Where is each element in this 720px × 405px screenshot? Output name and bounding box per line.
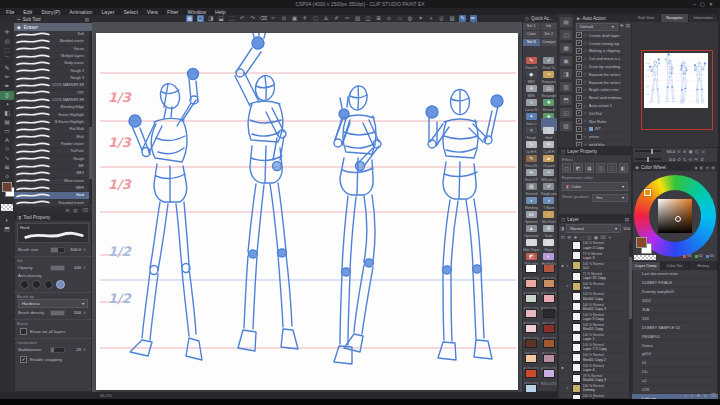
menu-item[interactable]: Window: [188, 9, 206, 15]
toolbar-icon[interactable]: ⧉: [281, 15, 288, 22]
quick-access-item[interactable]: ≈ Rough: [523, 118, 540, 131]
menu-item[interactable]: File: [6, 9, 14, 15]
layer-panel-header[interactable]: ◫ Layer ▤: [558, 215, 632, 223]
transparent-color-chip[interactable]: [634, 255, 656, 260]
folder-arrow-icon[interactable]: ▾: [567, 264, 571, 268]
zoom-slider[interactable]: [635, 150, 661, 152]
quick-access-swatch[interactable]: R92 G51: [523, 334, 540, 348]
action-checkbox[interactable]: [576, 79, 582, 85]
layer-comp-item[interactable]: a2: [632, 377, 718, 386]
menu-item[interactable]: Edit: [23, 9, 32, 15]
quick-access-swatch[interactable]: R242 G169: [523, 274, 540, 288]
dock-icon[interactable]: ▣: [560, 56, 572, 66]
expand-arrow-icon[interactable]: ▷: [584, 119, 587, 123]
auto-action-preset-dropdown[interactable]: Default▾: [576, 23, 618, 31]
canvas-area[interactable]: 1/3 1/3 1/3 1/2 1/2: [92, 22, 522, 392]
quick-access-item[interactable]: ⟋ Sho Ruler: [541, 202, 558, 215]
auto-action-item[interactable]: ▷ Auto action 1: [574, 102, 632, 110]
layer-toolbar-icon[interactable]: ⊟: [567, 235, 571, 240]
quick-access-item[interactable]: ⋈ Symmetr: [523, 202, 540, 215]
sub-tool-item[interactable]: Eraser Highlight: [14, 112, 92, 119]
layer-comp-item[interactable]: g050: [632, 350, 718, 359]
sub-tool-item[interactable]: Rough 2: [14, 68, 92, 75]
hardness-dropdown[interactable]: Hardness▾: [18, 299, 88, 308]
quick-access-item[interactable]: ▭ Rectangle: [541, 76, 558, 89]
quick-access-item[interactable]: ◐ HueSatLu: [541, 244, 558, 257]
anti-aliasing-options[interactable]: [14, 279, 92, 290]
toolbar-icon[interactable]: ▤: [354, 15, 361, 22]
action-checkbox[interactable]: [576, 103, 582, 109]
quick-access-item[interactable]: ▲ Operation: [523, 216, 540, 229]
quick-access-set-tab[interactable]: Ink: [541, 23, 558, 30]
effect-icon-button[interactable]: ◫: [596, 163, 605, 173]
tool-icon[interactable]: ⟐: [0, 172, 14, 181]
quick-access-item[interactable]: ◈ Retouch: [541, 104, 558, 117]
tool-property-header[interactable]: ◨ Tool Property: [14, 213, 92, 221]
toolbar-icon[interactable]: ⊞: [375, 15, 382, 22]
color-wheel-header[interactable]: ◉ Color Wheel ◉◧▤▦: [632, 163, 718, 171]
dock-icon[interactable]: ▦: [560, 43, 572, 53]
auto-action-item[interactable]: ▷ WT: [574, 126, 632, 134]
action-checkbox[interactable]: [576, 40, 582, 46]
add-icon[interactable]: ✚: [620, 23, 624, 31]
layer-row[interactable]: ● ▾ 100 % Normal Dx1: [558, 261, 632, 271]
quick-access-item[interactable]: ▤ Paper: [541, 230, 558, 243]
tool-icon[interactable]: ◧: [0, 109, 14, 118]
tool-icon[interactable]: ⌒: [0, 55, 14, 64]
layer-row[interactable]: ▾ 100 % Normal Layer 7 2 Copy: [558, 343, 632, 353]
quick-access-item[interactable]: ⊞ Scale: [541, 216, 558, 229]
color-panel-tab-icon[interactable]: ▦: [711, 165, 715, 170]
comp-footer-icon[interactable]: ∧: [684, 393, 687, 398]
sub-tool-item[interactable]: Blended eraser: [14, 38, 92, 45]
quick-access-item[interactable]: ✦ Gute Li: [523, 104, 540, 117]
auto-action-item[interactable]: ▷ Bright colors emi: [574, 87, 632, 95]
hue-knob[interactable]: [644, 189, 651, 196]
layer-comp-item[interactable]: 01r: [632, 368, 718, 377]
quick-access-swatch[interactable]: R42 G42: [541, 304, 558, 318]
layer-comp-item[interactable]: Last document state: [632, 270, 718, 279]
sub-tool-item[interactable]: Powder eraser: [14, 141, 92, 148]
quick-access-item[interactable]: ✑ Milli pen 2: [541, 160, 558, 173]
quick-access-swatch[interactable]: R242 G201: [523, 349, 540, 363]
auto-action-item[interactable]: ▷ Cut and move a s: [574, 55, 632, 63]
dock-icon[interactable]: ▥: [560, 82, 572, 92]
expression-color-dropdown[interactable]: ◧ Color▾: [562, 182, 628, 191]
toolbar-icon[interactable]: ▢: [197, 15, 204, 22]
sub-tool-header[interactable]: ✒ Sub Tool ▤: [14, 15, 92, 23]
tool-icon[interactable]: ⌑: [0, 145, 14, 154]
brush-size-slider[interactable]: [50, 247, 65, 253]
stepper[interactable]: ⬍: [83, 248, 88, 252]
action-checkbox[interactable]: [576, 64, 582, 70]
layer-row[interactable]: ● ▾ 100 % Normal Layer 4: [558, 363, 632, 373]
action-checkbox[interactable]: [576, 48, 582, 54]
tool-icon[interactable]: ▤: [0, 118, 14, 127]
sub-tool-item[interactable]: Rough: [14, 156, 92, 163]
auto-action-item[interactable]: ▷ retras: [574, 133, 632, 141]
sub-tool-item[interactable]: Rough 3: [14, 75, 92, 82]
panel-menu-icon[interactable]: ▤: [85, 17, 89, 22]
quick-access-swatch[interactable]: R140 G47: [541, 319, 558, 333]
comp-footer-icon[interactable]: ⧉: [703, 393, 706, 398]
toolbar-icon[interactable]: ⬚: [228, 15, 235, 22]
quick-access-item[interactable]: ▰ Oil paint: [541, 146, 558, 159]
tool-icon[interactable]: ◎: [0, 37, 14, 46]
zoom-control-icon[interactable]: ⇲: [701, 149, 705, 154]
enable-snapping-checkbox[interactable]: [20, 356, 27, 363]
layer-toolbar-icon[interactable]: ▣: [594, 235, 598, 240]
dock-icon[interactable]: ◫: [560, 30, 572, 40]
effect-icon-button[interactable]: ◧: [619, 163, 628, 173]
expand-arrow-icon[interactable]: ▷: [584, 41, 587, 45]
action-checkbox[interactable]: [576, 71, 582, 77]
effect-icon-button[interactable]: ◻: [562, 163, 571, 173]
menu-item[interactable]: Filter: [167, 9, 179, 15]
stepper[interactable]: ⬍: [83, 311, 88, 315]
quick-access-swatch[interactable]: R201 G174: [541, 364, 558, 378]
navigator-preview[interactable]: [632, 22, 718, 147]
auto-action-item[interactable]: ▷ Bevel and emboss: [574, 94, 632, 102]
auto-action-item[interactable]: ▷ Draw by rounding: [574, 63, 632, 71]
panel-menu-icon[interactable]: ▤: [625, 217, 629, 222]
layer-row[interactable]: ▾ 28 % Normal Shel00 Copy 3: [558, 373, 632, 383]
layer-row[interactable]: ▾ 100 % Normal Layer 4 Copy: [558, 241, 632, 251]
quick-access-swatch[interactable]: R185 G210: [523, 379, 540, 393]
rotate-control-icon[interactable]: ⟲: [689, 157, 693, 162]
